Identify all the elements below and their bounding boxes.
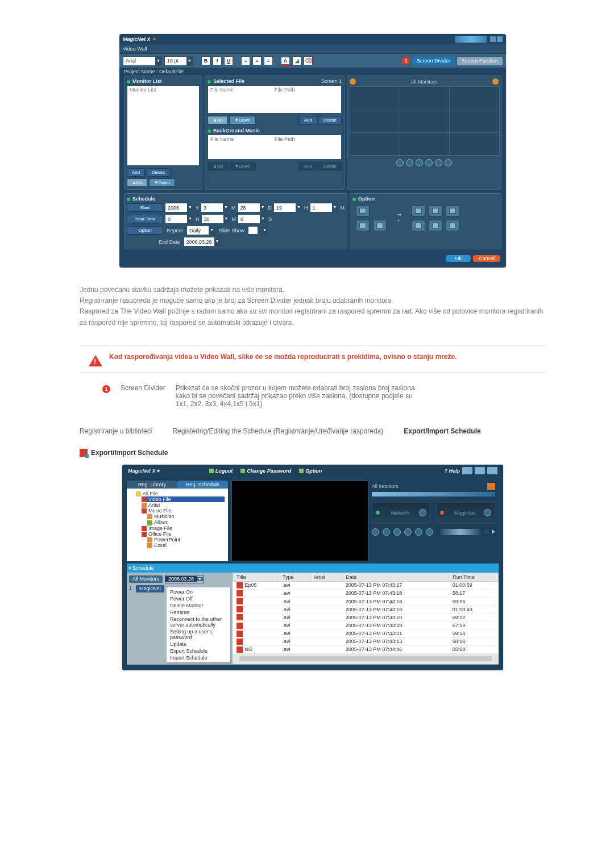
date-select[interactable]: 2006.03.28▼	[165, 575, 204, 583]
tab-export-import[interactable]: Export/Import Schedule	[404, 427, 480, 435]
col-title[interactable]: Title	[233, 573, 279, 581]
media-first-icon[interactable]	[372, 528, 379, 536]
start-month[interactable]: 3▼	[201, 203, 230, 212]
screen-divider-button[interactable]: Screen Divider	[412, 57, 455, 65]
monitor-up-button[interactable]: ▲Up	[127, 178, 147, 187]
ok-button[interactable]: Ok	[446, 255, 471, 262]
logout-button[interactable]: Logout	[209, 468, 233, 474]
toggle-icon[interactable]	[419, 509, 426, 516]
clear-button[interactable]: ⌫	[304, 56, 313, 65]
col-date[interactable]: Date	[342, 573, 449, 581]
col-artist[interactable]: Artist	[310, 573, 342, 581]
context-menu-item[interactable]: Export Schedule	[170, 648, 227, 654]
image-button[interactable]: ◢	[292, 56, 301, 65]
context-menu-item[interactable]: Import Schedule	[170, 654, 227, 661]
start-hour[interactable]: 19▼	[273, 203, 302, 212]
tab-reg-library[interactable]: Reg. Library	[127, 481, 177, 489]
minimize-icon[interactable]	[490, 36, 496, 42]
nav-fwd-icon[interactable]	[435, 159, 442, 166]
media-last-icon[interactable]	[426, 528, 433, 536]
monitor-down-button[interactable]: ▼Down	[149, 178, 175, 187]
italic-button[interactable]: I	[213, 56, 222, 65]
nav-rew-icon[interactable]	[416, 159, 423, 166]
volume-icon[interactable]	[484, 529, 489, 534]
speaker-icon[interactable]	[492, 529, 495, 534]
close-icon[interactable]	[497, 36, 503, 42]
slideshow-picker[interactable]	[248, 226, 258, 235]
col-type[interactable]: Type	[279, 573, 310, 581]
monitor-delete-button[interactable]: Delete	[147, 168, 170, 177]
cancel-button[interactable]: Cancel	[473, 255, 500, 262]
option-button[interactable]: Option	[299, 468, 322, 474]
tab-library[interactable]: Registriranje u biblioteci	[80, 427, 152, 435]
sel-down-button[interactable]: ▼Down	[229, 116, 255, 124]
context-menu-item[interactable]: Power Off	[170, 595, 227, 602]
change-password-button[interactable]: Change Password	[240, 468, 291, 474]
context-menu-item[interactable]: Reconnect to the other server automatica…	[170, 616, 227, 628]
repeat-select[interactable]: Daily▼	[186, 226, 215, 235]
context-menu-item[interactable]: Rename	[170, 609, 227, 616]
option-icon[interactable]	[429, 220, 442, 231]
context-menu-item[interactable]: Setting up a user's password	[170, 628, 227, 641]
option-icon[interactable]	[356, 205, 370, 216]
option-icon[interactable]	[446, 220, 459, 231]
tab-schedule-edit[interactable]: Registering/Editing the Schedule (Regist…	[172, 427, 383, 435]
table-row[interactable]: .avi2005-07-13 PM 07:43:2057:19	[233, 621, 499, 629]
option-icon[interactable]	[412, 205, 425, 216]
tt-m[interactable]: 30▼	[201, 214, 230, 224]
context-menu-item[interactable]: Delete Monitor	[170, 602, 227, 609]
option-icon[interactable]	[356, 220, 370, 231]
table-row[interactable]: .avi2005-07-13 PM 07:43:2059:22	[233, 614, 499, 621]
fontcolor-button[interactable]: A	[281, 57, 290, 65]
monitor-listbox[interactable]: Monitor List	[127, 85, 200, 166]
table-row[interactable]: Ep05.avi2005-07-13 PM 07:43:1701:00:59	[233, 581, 499, 589]
start-day[interactable]: 28▼	[238, 203, 267, 212]
option-icon[interactable]	[412, 220, 425, 231]
align-right-button[interactable]: ≡	[264, 56, 273, 65]
start-minute[interactable]: 1▼	[310, 203, 339, 212]
size-select[interactable]: 10 pt▼	[164, 56, 193, 66]
context-menu[interactable]: Power On Power Off Delete Monitor Rename…	[167, 587, 230, 662]
option-icon[interactable]	[373, 220, 387, 231]
collapse-icon[interactable]: ▾	[127, 565, 132, 571]
tab-reg-schedule[interactable]: Reg. Schedule	[177, 481, 228, 489]
media-fwd-icon[interactable]	[415, 528, 422, 536]
enddate-value[interactable]: 2006.03.28▼	[184, 237, 221, 247]
font-select[interactable]: Arial▼	[123, 56, 162, 66]
toggle-icon[interactable]	[484, 509, 491, 516]
sel-add-button[interactable]: Add	[299, 116, 317, 124]
monitor-add-button[interactable]: Add	[127, 168, 145, 177]
media-play-icon[interactable]	[404, 528, 412, 536]
table-row[interactable]: .avi2005-07-13 PM 07:43:1901:00:43	[233, 606, 499, 614]
start-year[interactable]: 2006▼	[165, 203, 194, 212]
monitor-name-pill[interactable]: MagicNet	[136, 585, 164, 592]
table-row[interactable]: .avi2005-07-13 PM 07:43:2159:18	[233, 629, 499, 637]
nav-play-icon[interactable]	[425, 159, 433, 166]
media-prev-icon[interactable]	[383, 528, 390, 536]
selected-file-list[interactable]: File Name File Path	[208, 85, 342, 114]
table-row[interactable]: .avi2005-07-13 PM 07:43:1358:18	[233, 637, 499, 645]
seek-bar[interactable]	[440, 529, 480, 535]
tt-h[interactable]: 0▼	[165, 214, 194, 224]
nav-last-icon[interactable]	[445, 159, 452, 166]
option-icon[interactable]	[446, 205, 459, 216]
table-row[interactable]: .avi2005-07-13 PM 07:43:1858:17	[233, 589, 499, 597]
window-control-icon[interactable]	[475, 467, 485, 474]
schedule-bar[interactable]: ▾ Schedule	[127, 564, 499, 573]
nav-first-icon[interactable]	[396, 159, 404, 166]
sel-delete-button[interactable]: Delete	[318, 116, 342, 124]
window-control-icon[interactable]	[487, 467, 497, 474]
tt-s[interactable]: 0▼	[238, 214, 267, 224]
bgmusic-list[interactable]: File Name File Path	[208, 135, 342, 160]
sel-up-button[interactable]: ▲Up	[208, 116, 228, 124]
option-icon[interactable]	[429, 205, 442, 216]
screen-partition-button[interactable]: Screen Partition	[457, 57, 503, 65]
context-menu-item[interactable]: Update	[170, 641, 227, 648]
bold-button[interactable]: B	[201, 56, 210, 65]
library-tree[interactable]: All File Video File Artist Music File Mu…	[127, 489, 228, 561]
underline-button[interactable]: U	[224, 56, 233, 65]
add-monitor-icon[interactable]	[487, 483, 495, 490]
all-monitors-pill[interactable]: All Monitors	[129, 575, 163, 583]
h-scrollbar[interactable]: ◂▸	[233, 654, 499, 664]
col-run[interactable]: Run Time	[449, 573, 499, 581]
